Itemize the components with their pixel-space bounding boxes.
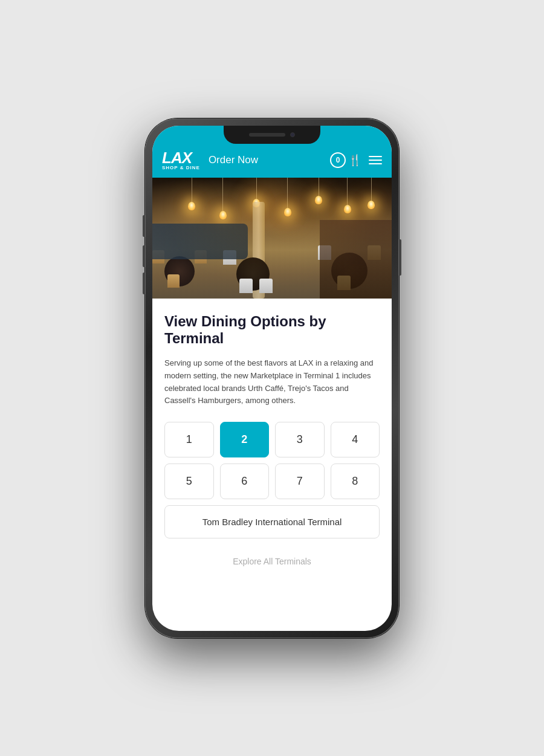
- notch: [224, 126, 320, 144]
- utensils-icon: 🍴: [348, 153, 361, 167]
- cart-button[interactable]: 0 🍴: [330, 152, 361, 168]
- ambient-light: [152, 178, 392, 299]
- menu-line-2: [369, 160, 382, 161]
- cart-count: 0: [330, 152, 346, 168]
- terminal-btn-1[interactable]: 1: [164, 422, 214, 457]
- terminal-btn-6[interactable]: 6: [220, 464, 270, 499]
- terminal-grid-row2: 5 6 7 8: [164, 464, 380, 499]
- terminal-btn-2[interactable]: 2: [220, 422, 270, 457]
- header-title: Order Now: [209, 154, 324, 166]
- main-content: View Dining Options by Terminal Serving …: [152, 299, 392, 597]
- phone-screen: LAX SHOP & DINE Order Now 0 🍴: [152, 126, 392, 631]
- lax-logo: LAX SHOP & DINE: [162, 150, 200, 170]
- terminal-btn-tbit[interactable]: Tom Bradley International Terminal: [164, 505, 380, 538]
- logo-sub: SHOP & DINE: [162, 166, 200, 170]
- terminal-btn-3[interactable]: 3: [275, 422, 325, 457]
- phone-shell: LAX SHOP & DINE Order Now 0 🍴: [145, 118, 399, 638]
- camera: [290, 132, 295, 137]
- terminal-btn-4[interactable]: 4: [331, 422, 380, 457]
- terminal-btn-5[interactable]: 5: [164, 464, 214, 499]
- terminal-grid-row1: 1 2 3 4: [164, 422, 380, 457]
- hero-image: [152, 178, 392, 299]
- section-description: Serving up some of the best flavors at L…: [164, 357, 380, 407]
- scroll-area[interactable]: View Dining Options by Terminal Serving …: [152, 299, 392, 631]
- logo-main: LAX: [162, 150, 200, 166]
- menu-line-3: [369, 163, 382, 164]
- header-icons: 0 🍴: [330, 152, 382, 168]
- app-content: LAX SHOP & DINE Order Now 0 🍴: [152, 126, 392, 631]
- restaurant-scene: [152, 178, 392, 299]
- phone-mockup: LAX SHOP & DINE Order Now 0 🍴: [145, 118, 399, 638]
- menu-line-1: [369, 156, 382, 157]
- explore-all-link[interactable]: Explore All Terminals: [164, 551, 380, 584]
- terminal-btn-7[interactable]: 7: [275, 464, 325, 499]
- section-title: View Dining Options by Terminal: [164, 313, 380, 348]
- speaker: [249, 133, 285, 137]
- terminal-btn-8[interactable]: 8: [331, 464, 380, 499]
- hamburger-menu-button[interactable]: [369, 156, 382, 164]
